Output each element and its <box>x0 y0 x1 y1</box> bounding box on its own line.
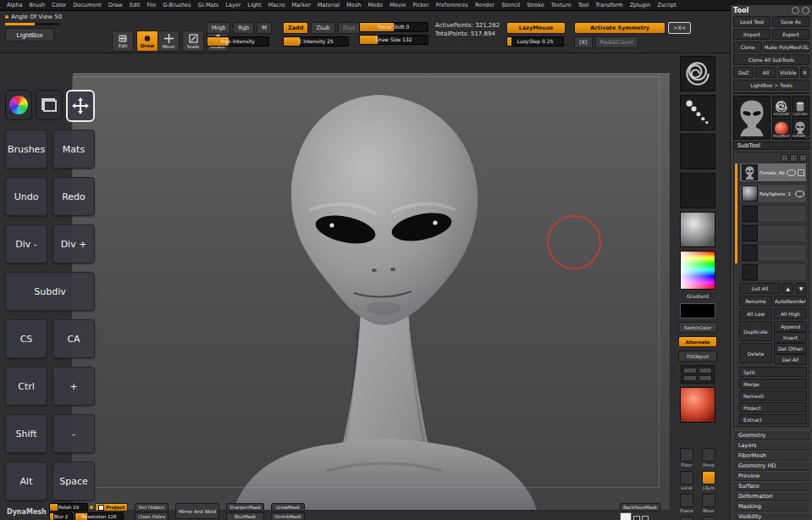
subtool-down-button[interactable]: ▼ <box>795 283 807 294</box>
menu-item[interactable]: Transform <box>592 2 626 8</box>
undo-button[interactable]: Undo <box>5 177 47 216</box>
div-plus-button[interactable]: Div + <box>52 224 95 263</box>
menu-item[interactable]: Edit <box>126 2 144 8</box>
color-picker[interactable] <box>680 251 715 290</box>
clone-button[interactable]: Clone <box>733 41 762 53</box>
tool-subpalette-header[interactable]: Masking <box>733 501 809 512</box>
menu-item[interactable]: Color <box>48 2 69 8</box>
draw-size-slider[interactable]: Draw Size 132 <box>359 35 428 45</box>
rename-button[interactable]: Rename <box>739 296 772 307</box>
cs-button[interactable]: CS <box>5 319 47 358</box>
main-color-swatch[interactable] <box>680 303 715 318</box>
menu-item[interactable]: File <box>144 2 160 8</box>
shrink-mask-button[interactable]: ShrinkMask <box>271 512 305 520</box>
sculpt-canvas[interactable] <box>72 72 671 511</box>
goz-r-button[interactable]: R <box>800 67 809 78</box>
polish-slider[interactable]: Polish 19 <box>49 503 88 512</box>
symmetry-range-button[interactable]: >X< <box>668 22 691 34</box>
tool-subpalette-header[interactable]: FiberMesh <box>733 451 809 461</box>
load-tool-button[interactable]: Load Tool <box>733 16 771 27</box>
symmetry-x-button[interactable]: (X) <box>574 36 593 48</box>
rgb-intensity-slider[interactable]: Rgb Intensity <box>207 36 269 47</box>
menu-item[interactable]: Preferences <box>433 2 472 8</box>
subtool-icon-a[interactable] <box>781 154 788 162</box>
tool-subpalette-header[interactable]: Preview <box>733 471 809 481</box>
div-minus-button[interactable]: Div - <box>5 224 47 263</box>
eye-icon[interactable] <box>795 191 804 197</box>
focal-shift-slider[interactable]: Focal Shift 0 <box>359 22 428 32</box>
menu-item[interactable]: Picker <box>409 2 432 8</box>
subtool-item-empty[interactable] <box>739 244 807 262</box>
red-material-thumbnail[interactable] <box>680 387 715 423</box>
move-button[interactable]: Move <box>157 30 180 52</box>
paint-toggle-icon[interactable] <box>798 169 804 176</box>
subtool-item-empty[interactable] <box>739 263 807 281</box>
menu-item[interactable]: Brush <box>25 2 48 8</box>
scale-button[interactable]: Scale <box>182 30 204 52</box>
goz-visible-button[interactable]: Visible <box>778 67 798 78</box>
tool-subpalette-header[interactable]: Surface <box>733 481 809 491</box>
resolution-slider[interactable]: Resolution 128 <box>75 512 124 520</box>
nav-pad[interactable] <box>681 365 715 384</box>
goz-all-button[interactable]: All <box>755 67 776 78</box>
sharpen-mask-button[interactable]: SharpenMask <box>226 503 264 512</box>
dynamesh-label[interactable]: DynaMesh <box>7 508 47 516</box>
plus-button[interactable]: + <box>52 367 95 406</box>
subtool-item[interactable]: PolySphere_1 <box>739 184 807 203</box>
zcut-button[interactable]: Zcut <box>338 22 361 34</box>
menu-item[interactable]: Mesh <box>343 2 364 8</box>
menu-item[interactable]: Zplugin <box>627 2 655 8</box>
move-gizmo-button[interactable] <box>66 90 95 122</box>
view-toggle-button[interactable]: Scroll <box>678 517 695 520</box>
alternate-button[interactable]: Alternate <box>678 336 717 347</box>
menu-item[interactable]: Alpha <box>3 2 25 8</box>
lightbox-tools-button[interactable]: LightBox > Tools <box>733 80 809 91</box>
lazymouse-button[interactable]: LazyMouse <box>506 22 566 34</box>
subdiv-button[interactable]: Subdiv <box>5 272 95 311</box>
menu-item[interactable]: Tool <box>575 2 593 8</box>
alt-button[interactable]: Alt <box>5 462 47 501</box>
subtool-icon-c[interactable] <box>799 154 807 162</box>
activate-symmetry-button[interactable]: Activate Symmetry <box>574 22 666 34</box>
documents-icon-button[interactable] <box>36 90 63 120</box>
mirror-and-weld-button[interactable]: Mirror And Weld <box>175 503 219 519</box>
blur-slider[interactable]: Blur 2 <box>49 512 73 520</box>
current-tool-thumbnail[interactable] <box>733 96 771 140</box>
current-stroke-thumbnail[interactable] <box>680 95 715 130</box>
document-color-swatch[interactable] <box>620 512 632 520</box>
menu-item[interactable]: Mode <box>364 2 386 8</box>
subtool-subsection-header[interactable]: Merge <box>739 379 807 389</box>
export-button[interactable]: Export <box>772 29 809 40</box>
misc-button-a[interactable] <box>633 516 640 520</box>
lazystep-slider[interactable]: LazyStep 0.25 <box>506 36 564 47</box>
view-toggle-button[interactable]: Persp <box>700 448 717 467</box>
autoreorder-button[interactable]: AutoReorder <box>774 296 807 307</box>
clone-all-subtools-button[interactable]: Clone All SubTools <box>733 54 809 65</box>
subtool-item-empty[interactable] <box>739 205 807 223</box>
current-material-thumbnail[interactable] <box>680 212 715 247</box>
subtool-item-empty[interactable] <box>739 224 807 242</box>
menu-item[interactable]: Render <box>472 2 498 8</box>
angle-of-view-slider[interactable] <box>5 23 59 25</box>
edit-button[interactable]: Edit <box>112 30 134 52</box>
subtool-section-header[interactable]: SubTool <box>733 141 809 150</box>
radial-count-slider[interactable]: RadialCount <box>595 36 638 48</box>
subtool-subsection-header[interactable]: Project <box>739 402 807 412</box>
mrgb-button[interactable]: Mrgb <box>207 22 230 34</box>
close-holes-button[interactable]: Close Holes <box>135 512 168 520</box>
colorwheel-icon-button[interactable] <box>5 90 32 120</box>
space-button[interactable]: Space <box>52 462 95 501</box>
menu-item[interactable]: Document <box>69 2 105 8</box>
menu-item[interactable]: Stroke <box>523 2 548 8</box>
current-brush-thumbnail[interactable] <box>680 56 715 91</box>
ca-button[interactable]: CA <box>52 319 95 358</box>
tool-subpalette-header[interactable]: Layers <box>733 440 809 451</box>
recent-tool-thumbnail[interactable]: SimpleBrush <box>772 96 791 118</box>
menu-item[interactable]: Layer <box>222 2 244 8</box>
palette-menu-icon[interactable] <box>802 7 809 14</box>
make-polymesh3d-button[interactable]: Make PolyMesh3D <box>764 41 809 53</box>
zadd-button[interactable]: Zadd <box>283 22 308 34</box>
duplicate-button[interactable]: Duplicate <box>739 321 772 341</box>
insert-button[interactable]: Insert <box>774 332 807 343</box>
m-button[interactable]: M <box>257 22 272 34</box>
